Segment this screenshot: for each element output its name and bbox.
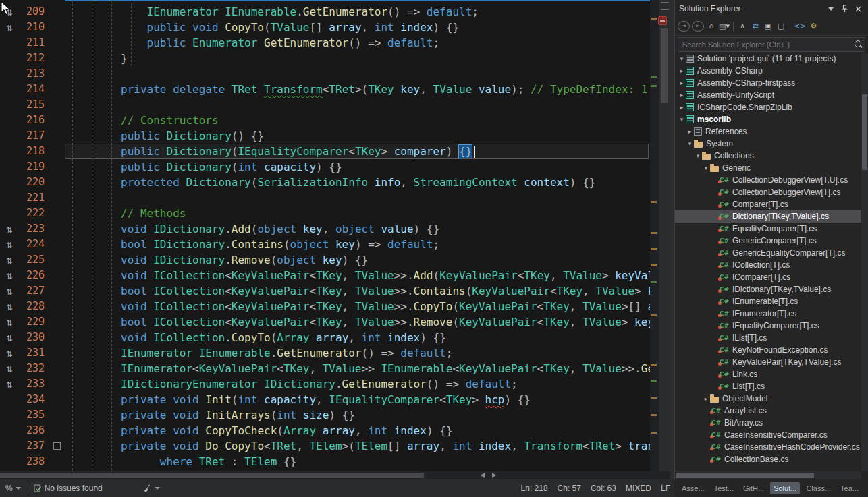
tree-item-ilist-t-cs[interactable]: C#IList[T].cs xyxy=(675,332,861,344)
tree-item-icollection-t-cs[interactable]: C#ICollection[T].cs xyxy=(675,259,861,271)
chevron-expanded-icon[interactable]: ▾ xyxy=(694,152,702,159)
implements-icon[interactable]: ⇅ xyxy=(6,318,13,328)
line-number-227[interactable]: 227 xyxy=(19,283,51,299)
panel-tab-solut[interactable]: Solut... xyxy=(770,482,800,494)
line-number-238[interactable]: 238 xyxy=(19,454,51,469)
preview-selected-items-button[interactable]: ▢ xyxy=(776,21,786,32)
issues-indicator[interactable]: No issues found xyxy=(34,484,103,493)
code-line-238[interactable]: where TRet : TElem {} xyxy=(65,454,650,469)
tree-horizontal-scrollbar-thumb[interactable] xyxy=(676,473,814,478)
forward-button[interactable]: ► xyxy=(692,21,704,32)
tree-item-equalitycomparer-t-cs[interactable]: C#EqualityComparer[T].cs xyxy=(675,223,861,235)
implements-icon[interactable]: ⇅ xyxy=(6,256,13,266)
chevron-collapsed-icon[interactable]: ▸ xyxy=(678,67,686,74)
switch-views-button[interactable]: ▤▾ xyxy=(719,21,730,32)
code-area[interactable]: IEnumerator IEnumerable.GetEnumerator() … xyxy=(65,0,650,471)
code-cleanup-control[interactable] xyxy=(143,484,160,493)
tree-item-collectiondebuggerview-t-cs[interactable]: C#CollectionDebuggerView[T].cs xyxy=(675,186,861,198)
line-number-232[interactable]: 232 xyxy=(19,361,51,376)
chevron-expanded-icon[interactable]: ▾ xyxy=(702,165,710,171)
tree-item-keyvaluepair-tkey-tvalue-cs[interactable]: C#KeyValuePair[TKey,TValue].cs xyxy=(675,356,861,368)
tree-item-assembly-csharp-firstpass[interactable]: ▸Assembly-CSharp-firstpass xyxy=(675,77,861,89)
search-input[interactable] xyxy=(678,38,865,51)
panel-tab-test[interactable]: Test... xyxy=(711,482,737,494)
sync-with-active-document-button[interactable]: ⇄ xyxy=(750,21,761,32)
vertical-scrollbar-thumb[interactable] xyxy=(661,28,668,103)
code-line-228[interactable]: void ICollection<KeyValuePair<TKey, TVal… xyxy=(65,299,650,314)
tree-item-system[interactable]: ▾System xyxy=(675,138,861,150)
code-line-234[interactable]: private void Init(int capacity, IEqualit… xyxy=(65,392,650,407)
show-all-files-button[interactable]: ▣ xyxy=(763,21,774,32)
line-number-215[interactable]: 215 xyxy=(19,97,51,113)
chevron-collapsed-icon[interactable]: ▸ xyxy=(686,128,694,135)
code-line-213[interactable] xyxy=(65,66,650,82)
code-line-230[interactable]: void ICollection.CopyTo(Array array, int… xyxy=(65,330,650,345)
code-line-216[interactable]: // Constructors xyxy=(65,113,650,128)
search-box[interactable] xyxy=(678,37,865,52)
chevron-expanded-icon[interactable]: ▾ xyxy=(678,55,686,62)
implements-icon[interactable]: ⇅ xyxy=(6,272,13,281)
panel-tab-gith[interactable]: GitH... xyxy=(740,482,767,494)
code-line-232[interactable]: IEnumerator<KeyValuePair<TKey, TValue>> … xyxy=(65,361,650,376)
line-number-218[interactable]: 218 xyxy=(19,144,51,159)
tree-item-solution-project-gui-11-of-11-projects[interactable]: ▾Solution 'project-gui' (11 of 11 projec… xyxy=(675,53,861,65)
window-position-button[interactable] xyxy=(825,3,837,14)
zoom-control[interactable]: % xyxy=(5,484,21,493)
tree-item-bitarray-cs[interactable]: C#BitArray.cs xyxy=(675,417,861,429)
line-number-237[interactable]: 237 xyxy=(19,438,51,454)
line-number-233[interactable]: 233 xyxy=(19,376,51,392)
tree-item-idictionary-tkey-tvalue-cs[interactable]: C#IDictionary[TKey,TValue].cs xyxy=(675,283,861,295)
line-number-225[interactable]: 225 xyxy=(19,252,51,268)
code-line-215[interactable] xyxy=(65,97,650,113)
zoom-caret-icon[interactable] xyxy=(16,487,21,490)
pin-button[interactable] xyxy=(838,3,850,14)
tree-item-keynotfoundexception-cs[interactable]: C#KeyNotFoundException.cs xyxy=(675,344,861,356)
code-line-218[interactable]: public Dictionary(IEqualityComparer<TKey… xyxy=(65,144,650,159)
code-line-219[interactable]: public Dictionary(int capacity) {} xyxy=(65,159,650,175)
line-number-219[interactable]: 219 xyxy=(19,159,51,175)
tree-item-arraylist-cs[interactable]: C#ArrayList.cs xyxy=(675,405,861,417)
scroll-left-arrow-icon[interactable] xyxy=(481,473,485,478)
implements-icon[interactable]: ⇅ xyxy=(6,287,13,297)
code-line-210[interactable]: public void CopyTo(TValue[] array, int i… xyxy=(65,20,650,35)
code-line-211[interactable]: public Enumerator GetEnumerator() => def… xyxy=(65,35,650,51)
line-number-224[interactable]: 224 xyxy=(19,237,51,252)
tree-item-collectiondebuggerview-t-u-cs[interactable]: C#CollectionDebuggerView[T,U].cs xyxy=(675,174,861,186)
column-indicator[interactable]: Col: 63 xyxy=(591,484,616,493)
line-number-217[interactable]: 217 xyxy=(19,128,51,144)
code-line-214[interactable]: private delegate TRet Transform<TRet>(TK… xyxy=(65,82,650,97)
line-number-226[interactable]: 226 xyxy=(19,268,51,283)
tree-horizontal-scrollbar[interactable] xyxy=(675,471,861,479)
line-number-209[interactable]: 209 xyxy=(19,4,51,20)
tree-item-references[interactable]: ▸References xyxy=(675,125,861,138)
line-number-229[interactable]: 229 xyxy=(19,314,51,330)
tree-item-link-cs[interactable]: C#Link.cs xyxy=(675,368,861,380)
line-number-236[interactable]: 236 xyxy=(19,423,51,438)
tree-item-caseinsensitivehashcodeprovider-cs[interactable]: C#CaseInsensitiveHashCodeProvider.cs xyxy=(675,441,861,453)
line-indicator[interactable]: Ln: 218 xyxy=(521,484,548,493)
code-line-222[interactable]: // Methods xyxy=(65,206,650,221)
code-line-235[interactable]: private void InitArrays(int size) {} xyxy=(65,407,650,423)
line-number-210[interactable]: 210 xyxy=(19,20,51,35)
code-line-237[interactable]: private void Do_CopyTo<TRet, TElem>(TEle… xyxy=(65,438,650,454)
panel-tab-class[interactable]: Class... xyxy=(803,482,834,494)
tree-item-list-t-cs[interactable]: C#List[T].cs xyxy=(675,380,861,392)
code-line-217[interactable]: public Dictionary() {} xyxy=(65,128,650,144)
tree-item-icsharpcode-sharpziplib[interactable]: ▸ICSharpCode.SharpZipLib xyxy=(675,101,861,113)
line-number-230[interactable]: 230 xyxy=(19,330,51,345)
code-cleanup-caret-icon[interactable] xyxy=(155,487,160,490)
tree-item-objectmodel[interactable]: ▸ObjectModel xyxy=(675,392,861,405)
code-line-224[interactable]: bool IDictionary.Contains(object key) =>… xyxy=(65,237,650,252)
tree-item-assembly-csharp[interactable]: ▸Assembly-CSharp xyxy=(675,65,861,77)
chevron-collapsed-icon[interactable]: ▸ xyxy=(702,395,710,402)
tree-item-assembly-unityscript[interactable]: ▸Assembly-UnityScript xyxy=(675,89,861,101)
tree-vertical-scrollbar[interactable] xyxy=(861,53,868,471)
tree-item-caseinsensitivecomparer-cs[interactable]: C#CaseInsensitiveComparer.cs xyxy=(675,429,861,441)
close-button[interactable] xyxy=(852,3,864,14)
chevron-collapsed-icon[interactable]: ▸ xyxy=(678,80,686,86)
search-icon[interactable] xyxy=(855,40,861,47)
code-line-226[interactable]: void ICollection<KeyValuePair<TKey, TVal… xyxy=(65,268,650,283)
chevron-expanded-icon[interactable]: ▾ xyxy=(686,140,694,147)
eol-indicator[interactable]: LF xyxy=(661,484,670,493)
implements-icon[interactable]: ⇅ xyxy=(6,303,13,312)
